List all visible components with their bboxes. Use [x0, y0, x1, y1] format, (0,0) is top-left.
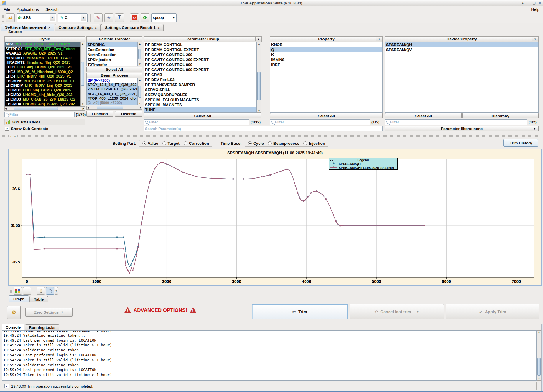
parameter-group-item[interactable]: SPECIAL ECLOUD MAGNETS [144, 97, 256, 102]
cycle-list-item[interactable]: MD4MD_SHiP_L1230_East_Extracti [5, 42, 80, 47]
beam-process-header[interactable]: Beam Process [86, 73, 142, 78]
tab-graph[interactable]: Graph [9, 295, 29, 302]
cycle-filter-input[interactable] [4, 112, 75, 117]
parameter-group-item[interactable]: RF BEAM CONTROL EXPERT [144, 47, 256, 52]
property-item[interactable]: IMAINS [270, 57, 382, 62]
cycle-list-item[interactable]: HIRADMT1HIRADMAT_PILOT_L8400_ [5, 56, 80, 61]
select-region-button[interactable] [23, 287, 31, 295]
property-item[interactable]: KNOB [270, 42, 382, 47]
property-item[interactable]: K [270, 52, 382, 57]
device-filter-field[interactable] [390, 120, 526, 124]
parameter-group-scrollbar[interactable]: ▲▼ [257, 42, 261, 113]
pan-button[interactable] [37, 287, 45, 295]
particle-transfer-list[interactable]: SPSRINGEastExtractionNorthExtractionSPSI… [86, 42, 138, 66]
discrete-toggle-button[interactable]: Discrete [115, 111, 142, 117]
particle-select-all-button[interactable]: Select All [86, 67, 142, 72]
cycle-list[interactable]: MD4MD_SHiP_L1230_East_Extracti SFTPRO1SF… [4, 42, 80, 106]
parameter-group-item[interactable]: SPECIAL MAGNETS [144, 102, 256, 107]
user-selector[interactable]: spsop ▼ [151, 13, 177, 22]
chart-legend[interactable]: ▲▼ Legend SPSBEAM/QH SPSBEAM/QH (11-08-2… [329, 158, 398, 170]
menu-help[interactable]: Help [531, 7, 539, 12]
particle-transfer-item[interactable]: SPSRING [87, 42, 137, 47]
trim-button[interactable]: ✂ Trim [252, 304, 348, 319]
cycle-list-item[interactable]: LHCMD1LHC_5inj_BCMS_Q20_2025_ [5, 88, 80, 93]
search-parameters-field[interactable] [145, 127, 381, 131]
cycle-column-header[interactable]: Cycle [4, 36, 85, 42]
beam-process-item[interactable]: FTOP_400_L1230_2024_clone [87, 96, 137, 101]
splitter-down-icon[interactable]: ▼ [14, 135, 17, 138]
accelerator-selector[interactable]: ◎ SPS ▼ [17, 13, 56, 22]
tab-close-icon[interactable]: x [158, 26, 160, 30]
close-icon[interactable]: ✕ [539, 1, 541, 5]
menu-search[interactable]: Search [45, 7, 58, 12]
property-list[interactable]: KNOBQKIMAINSIREF [270, 42, 383, 113]
checkbox-checked-icon[interactable]: ✔ [5, 127, 9, 131]
cycle-list-item[interactable]: HIRADMT2Hiradmat_4Inj_Q20_2025 [5, 60, 80, 65]
property-filter[interactable] [270, 119, 370, 125]
zoom-options-dropdown[interactable]: ▼ [55, 287, 58, 295]
splitter-up-icon[interactable]: ▲ [9, 135, 12, 138]
radio-correction[interactable]: Correction [184, 141, 209, 146]
parameter-group-item[interactable]: RF BEAM CONTROL [144, 42, 256, 47]
sync-button[interactable]: ⇄ [6, 13, 15, 22]
property-item[interactable]: Q [270, 47, 382, 52]
beam-process-item[interactable]: STCY_13.5_14_FT_Q26_2021_ [87, 83, 137, 87]
parameter-group-item[interactable]: TUNE [144, 107, 256, 112]
chart-toolbar-drag-handle[interactable] [10, 287, 12, 294]
menu-file[interactable]: File [4, 7, 10, 12]
parameter-group-item[interactable]: SERVO SPILL [144, 87, 256, 92]
chevron-down-icon[interactable]: ▼ [255, 37, 261, 41]
cycle-list-item[interactable]: LHC4LHC_INDIV_4inj_Q20_2025_V1 [5, 74, 80, 79]
device-property-header[interactable]: Device/Property ▼ [385, 36, 539, 42]
console-scrollbar[interactable]: ▲▼ [537, 330, 541, 381]
parameter-group-item[interactable]: RF DEV For LS3 [144, 77, 256, 82]
parameter-group-item[interactable]: RF CAVITY CONTROL 200 [144, 52, 256, 57]
parameter-group-filter-field[interactable] [149, 120, 248, 124]
particle-transfer-item[interactable]: NorthExtraction [87, 52, 137, 57]
particle-transfer-item[interactable]: T2Transfer [87, 62, 137, 66]
beam-process-scrollbar[interactable]: ▲▼ [138, 78, 142, 105]
display-options-button[interactable] [14, 287, 22, 295]
cycle-list-item[interactable]: LHC1LHC_4Inj_BCMS_Q20_2025_V1 [5, 65, 80, 70]
radio-cycle[interactable]: Cycle [248, 141, 264, 146]
beam-process-item[interactable]: 2INJ14_L1260_FT_Q26_2021_c [87, 87, 137, 92]
beam-process-horizontal-scrollbar[interactable]: ◀▶ [86, 106, 142, 110]
beam-process-item[interactable]: [3-->0] (5690->7200) [87, 101, 137, 105]
device-property-list[interactable]: SPSBEAM/QHSPSBEAM/QV [385, 42, 539, 113]
device-select-all-button[interactable]: Select All [385, 113, 462, 118]
cycle-list-horizontal-scrollbar[interactable]: ◀▶ [4, 106, 85, 111]
help-clipboard-button[interactable]: ? [115, 13, 124, 22]
apply-trim-button[interactable]: ✔ Apply Trim [446, 304, 539, 319]
parameter-filters-dropdown[interactable]: Parameter filters: none ▼ [385, 126, 539, 131]
particle-transfer-item[interactable]: EastExtraction [87, 47, 137, 52]
panel-splitter[interactable]: ▲ ▼ [2, 135, 541, 138]
cycle-list-item[interactable]: LHC50NSMD_SCRUB_26_FB11100_F1 [5, 79, 80, 84]
spark-button[interactable]: ✳ [104, 13, 113, 22]
stop-button[interactable]: O [130, 13, 139, 22]
search-parameters-input[interactable] [144, 126, 383, 131]
parameter-group-item[interactable]: SKEW QUADRUPOLES [144, 92, 256, 97]
timing-selector[interactable]: ◷ C ▼ [58, 13, 88, 22]
radio-value[interactable]: Value [142, 141, 158, 146]
parameter-group-filter[interactable] [144, 119, 249, 125]
maximize-icon[interactable]: ▢ [532, 1, 535, 5]
beam-process-item[interactable]: BP (0->7200) [87, 78, 137, 83]
edit-button[interactable]: ✎ [94, 13, 103, 22]
cycle-list-item[interactable]: LHCMD4LHCMD_4Inj_BCMS_Q20_202 [5, 102, 80, 106]
main-tab[interactable]: Settings Compare Result 1 x [101, 24, 164, 31]
parameter-group-item[interactable]: RF CAVITY CONTROL 800 [144, 62, 256, 67]
parameter-group-header[interactable]: Parameter Group ▼ [144, 36, 262, 42]
cycle-list-item[interactable]: LHCMD3MD_CRAB_26_270_L8823_Q2 [5, 97, 80, 102]
cycle-list-item[interactable]: LHCMD2LHCMD_4Inj_8b4e_Q20_202 [5, 93, 80, 98]
property-item[interactable]: IREF [270, 62, 382, 67]
trim-history-button[interactable]: Trim History [503, 139, 538, 147]
parameter-group-item[interactable]: RF CRAB [144, 72, 256, 77]
device-property-item[interactable]: SPSBEAM/QV [385, 47, 538, 52]
chevron-down-icon[interactable]: ▼ [376, 37, 382, 41]
operational-row[interactable]: OPERATIONAL [4, 119, 85, 125]
radio-injection[interactable]: Injection [303, 141, 325, 146]
tab-console[interactable]: Console [2, 324, 24, 330]
radio-target[interactable]: Target [162, 141, 180, 146]
cycle-list-item[interactable]: LHCINDIVLHC_INDIV_1inj_Q20_2025 [5, 83, 80, 88]
parameter-group-item[interactable]: RF CAVITY CONTROL 800 EXPERT [144, 67, 256, 72]
